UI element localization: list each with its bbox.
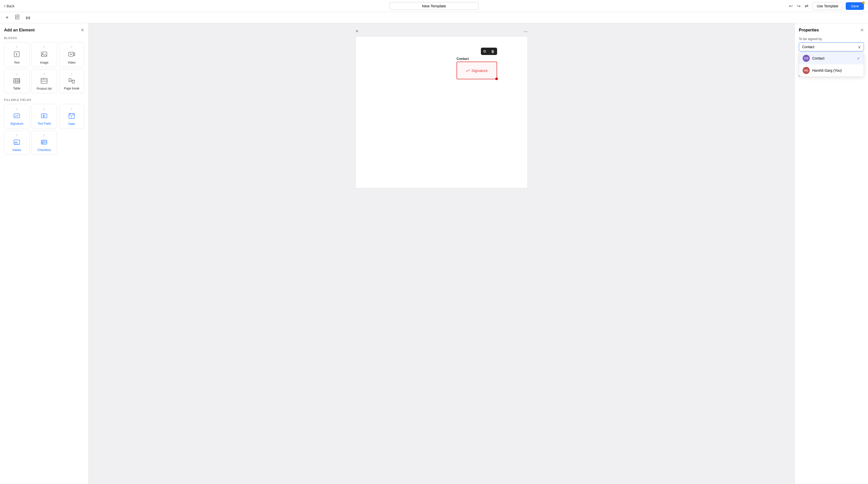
canvas-more-button[interactable]: ··· (523, 28, 528, 34)
topbar: Back ↩ ↪ ⇌ Use Template Save (0, 0, 868, 12)
signer-dropdown-wrap: Contact Harshit Garg (You) ∨ CO Contact … (799, 42, 864, 52)
field-date-label: Date (68, 122, 75, 126)
signature-element[interactable]: ⧉ 🗑 Contact Signature (457, 57, 497, 79)
properties-title: Properties ✕ (799, 27, 864, 33)
drag-handle: ⠿ (43, 108, 45, 111)
field-item-initials[interactable]: ⠿ IN Initials (4, 130, 29, 155)
signature-signer-label: Contact (457, 57, 497, 61)
harshit-label: Harshit Garg (You) (812, 68, 842, 72)
drag-handle: ⠿ (43, 73, 45, 76)
settings-button[interactable]: ⇌ (804, 2, 809, 10)
contact-label: Contact (812, 56, 825, 60)
topbar-right: ↩ ↪ ⇌ Use Template Save (788, 2, 864, 10)
video-block-icon (68, 51, 75, 59)
field-checkbox-label: Checkbox (37, 148, 51, 152)
block-item-table[interactable]: ⠿ Table (4, 69, 29, 93)
contact-avatar: CO (803, 55, 810, 62)
image-block-icon (40, 51, 48, 59)
svg-text:T: T (42, 115, 44, 118)
block-item-product-list[interactable]: ⠿ $ Product list (31, 69, 57, 93)
blocks-grid: ⠿ T Text ⠿ (4, 42, 84, 93)
redo-button[interactable]: ↪ (796, 2, 802, 10)
topbar-center (390, 2, 478, 10)
signer-dropdown[interactable]: Contact Harshit Garg (You) (799, 42, 864, 52)
field-item-checkbox[interactable]: ⠿ Checkbox (31, 130, 57, 155)
dropdown-item-harshit[interactable]: HG Harshit Garg (You) (799, 64, 864, 77)
field-item-date[interactable]: ⠿ 1 Date (59, 104, 84, 128)
selected-check-icon: ✓ (857, 56, 860, 61)
variable-button[interactable]: {x} (24, 15, 32, 21)
drag-handle: ⠿ (43, 134, 45, 137)
drag-handle: ⠿ (71, 46, 73, 49)
svg-rect-16 (41, 78, 47, 83)
panel-title: Add an Element ✕ (4, 27, 84, 33)
block-video-label: Video (68, 61, 75, 64)
checkbox-field-icon (40, 139, 48, 147)
svg-rect-23 (14, 114, 20, 118)
drag-handle: ⠿ (43, 46, 45, 49)
to-be-signed-label: To be signed by (799, 37, 864, 41)
left-panel: Add an Element ✕ BLOCKS ⠿ T Text ⠿ (0, 23, 89, 484)
svg-rect-21 (72, 80, 74, 83)
fillable-fields-grid: ⠿ Signature ⠿ T (4, 104, 84, 155)
canvas-add-section-button[interactable]: + (355, 28, 359, 34)
signature-delete-button[interactable]: 🗑 (489, 48, 497, 55)
canvas-top-bar: + ··· (355, 28, 528, 34)
block-item-image[interactable]: ⠿ Image (31, 42, 57, 67)
field-item-text-field[interactable]: ⠿ T Text Field (31, 104, 57, 128)
close-properties-button[interactable]: ✕ (860, 27, 864, 33)
block-item-video[interactable]: ⠿ Video (59, 42, 84, 67)
dropdown-item-contact[interactable]: CO Contact ✓ (799, 52, 864, 64)
block-table-label: Table (13, 87, 21, 90)
drag-handle: ⠿ (16, 108, 18, 111)
field-signature-label: Signature (10, 122, 23, 125)
signature-field-icon (13, 113, 20, 120)
canvas-page: ⧉ 🗑 Contact Signature (355, 36, 528, 188)
block-item-page-break[interactable]: ⠿ Page break (59, 69, 84, 93)
signature-box-text: Signature (466, 68, 488, 73)
svg-point-7 (42, 53, 43, 54)
drag-handle: ⠿ (16, 134, 18, 137)
add-element-button[interactable]: + (4, 14, 10, 22)
fillable-fields-section-label: FILLABLE FIELDS (4, 98, 84, 101)
topbar-left: Back (4, 3, 14, 9)
undo-redo-group: ↩ ↪ ⇌ (788, 2, 809, 10)
back-button[interactable]: Back (4, 3, 14, 9)
blocks-section-label: BLOCKS (4, 36, 84, 39)
secondary-toolbar: + {x} (0, 12, 868, 23)
text-block-icon: T (13, 51, 20, 59)
drag-handle: ⠿ (71, 108, 73, 111)
date-field-icon: 1 (68, 113, 75, 121)
save-button[interactable]: Save (846, 2, 864, 10)
signer-dropdown-menu: CO Contact ✓ HG Harshit Garg (You) (799, 52, 864, 77)
table-block-icon (13, 78, 20, 85)
undo-button[interactable]: ↩ (788, 2, 794, 10)
page-button[interactable] (13, 13, 21, 22)
initials-field-icon: IN (13, 139, 20, 147)
text-field-icon: T (40, 113, 48, 120)
drag-handle: ⠿ (16, 73, 18, 76)
product-list-block-icon: $ (40, 78, 48, 85)
block-page-break-label: Page break (64, 87, 79, 90)
signature-box[interactable]: Signature (457, 62, 497, 79)
block-item-text[interactable]: ⠿ T Text (4, 42, 29, 67)
harshit-avatar: HG (803, 67, 810, 74)
main-layout: Add an Element ✕ BLOCKS ⠿ T Text ⠿ (0, 23, 868, 484)
svg-text:T: T (16, 53, 18, 56)
unsaved-indicator (862, 2, 865, 4)
drag-handle: ⠿ (16, 46, 18, 49)
svg-marker-9 (70, 54, 72, 55)
properties-panel: Properties ✕ To be signed by Contact Har… (795, 23, 868, 484)
canvas-area: + ··· ⧉ 🗑 Contact Signature (89, 23, 795, 484)
block-product-list-label: Product list (37, 87, 52, 90)
field-text-field-label: Text Field (38, 122, 51, 125)
svg-text:1: 1 (71, 116, 72, 118)
close-panel-button[interactable]: ✕ (81, 27, 84, 33)
signature-copy-button[interactable]: ⧉ (481, 48, 489, 55)
field-initials-label: Initials (12, 148, 21, 152)
page-break-block-icon (68, 78, 75, 85)
template-name-input[interactable] (390, 2, 478, 10)
use-template-button[interactable]: Use Template (812, 2, 843, 10)
resize-handle[interactable] (495, 78, 498, 80)
field-item-signature[interactable]: ⠿ Signature (4, 104, 29, 128)
